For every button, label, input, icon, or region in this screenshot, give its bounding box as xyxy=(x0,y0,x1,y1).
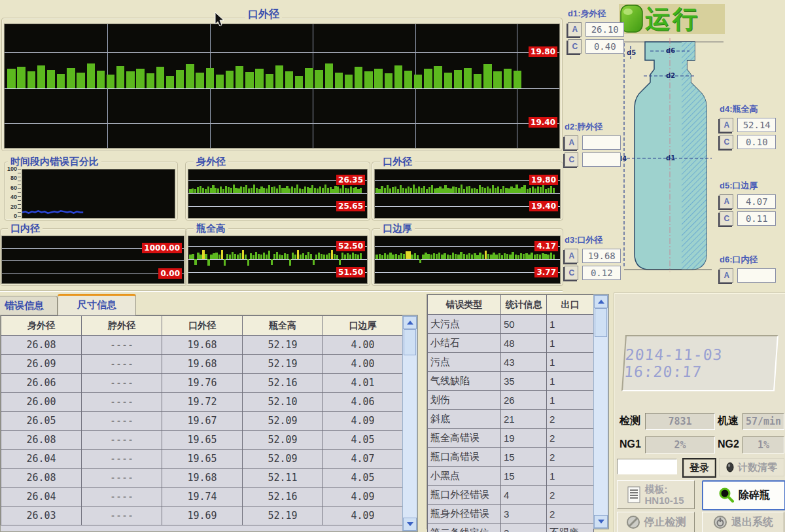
table-cell[interactable]: 瓶口高错误 xyxy=(428,448,501,467)
table-cell[interactable]: 19.68 xyxy=(162,336,243,355)
table-cell[interactable]: 52.09 xyxy=(243,450,323,469)
table-row[interactable]: 瓶全高错误192 xyxy=(428,429,594,448)
table-cell[interactable]: 1 xyxy=(547,315,594,334)
table-cell[interactable]: 35 xyxy=(501,372,547,391)
stop-detect-button[interactable]: 停止检测 xyxy=(617,512,695,532)
table-cell[interactable]: 1 xyxy=(547,391,594,410)
table-row[interactable]: 26.08----19.6852.194.00 xyxy=(1,336,403,355)
table-cell[interactable]: 2 xyxy=(547,448,594,467)
table-cell[interactable]: 不踢废 xyxy=(547,523,594,532)
table-cell[interactable]: 26.08 xyxy=(1,431,82,450)
table-cell[interactable]: 19.67 xyxy=(162,412,243,431)
table-cell[interactable]: 52.16 xyxy=(243,488,323,506)
table-cell[interactable]: 1 xyxy=(547,353,594,372)
table-cell[interactable]: 26.09 xyxy=(1,355,82,374)
table-row[interactable]: 瓶口高错误152 xyxy=(428,448,594,467)
table-row[interactable]: 污点431 xyxy=(428,353,594,372)
table-cell[interactable]: 26.03 xyxy=(1,506,82,525)
table-cell[interactable]: 26.05 xyxy=(1,412,82,431)
table-cell[interactable]: ---- xyxy=(82,412,162,431)
table-row[interactable]: 26.00----19.7252.104.06 xyxy=(1,393,403,412)
table-row[interactable]: 26.09----19.6852.194.00 xyxy=(1,355,403,374)
table-cell[interactable]: 1 xyxy=(547,372,594,391)
table-cell[interactable]: 4.05 xyxy=(323,431,403,450)
table-cell[interactable]: ---- xyxy=(82,431,162,450)
table-cell[interactable]: 4.09 xyxy=(323,506,403,525)
table-row[interactable]: 26.08----19.6552.094.05 xyxy=(1,431,403,450)
login-input[interactable] xyxy=(617,459,677,474)
table-cell[interactable]: 26.00 xyxy=(1,393,82,412)
table-cell[interactable]: 2 xyxy=(547,410,594,429)
table-cell[interactable]: 4.06 xyxy=(323,393,403,412)
table-cell[interactable]: 小结石 xyxy=(428,334,501,353)
scroll-up-icon[interactable] xyxy=(594,295,608,308)
table-cell[interactable]: 19.65 xyxy=(162,431,243,450)
table-cell[interactable]: 3 xyxy=(501,505,547,523)
table-cell[interactable]: ---- xyxy=(82,506,162,525)
table-cell[interactable]: 4.07 xyxy=(323,450,403,469)
table-cell[interactable]: 52.19 xyxy=(243,336,323,355)
table-cell[interactable]: 15 xyxy=(501,448,547,467)
table-row[interactable]: 26.04----19.7452.164.09 xyxy=(1,488,403,506)
table-cell[interactable]: 48 xyxy=(501,334,547,353)
table-cell[interactable]: ---- xyxy=(82,488,162,506)
break-bottle-button[interactable]: 除碎瓶 xyxy=(702,480,785,510)
reset-count-button[interactable]: 计数清零 xyxy=(719,458,784,476)
table-cell[interactable]: 划伤 xyxy=(428,391,501,410)
login-button[interactable]: 登录 xyxy=(682,458,716,478)
table-cell[interactable]: 26 xyxy=(501,391,547,410)
table-row[interactable]: 小黑点151 xyxy=(428,467,594,486)
table-cell[interactable]: 2 xyxy=(547,505,594,523)
table-cell[interactable]: 4.00 xyxy=(323,336,403,355)
table-row[interactable]: 小结石481 xyxy=(428,334,594,353)
table-cell[interactable]: ---- xyxy=(82,469,162,488)
table-cell[interactable]: 污点 xyxy=(428,353,501,372)
table-cell[interactable]: ---- xyxy=(82,374,162,393)
table-cell[interactable]: 瓶身外径错误 xyxy=(428,505,501,523)
table-cell[interactable]: 瓶全高错误 xyxy=(428,429,501,448)
table-cell[interactable]: ---- xyxy=(82,450,162,469)
table-cell[interactable]: 4 xyxy=(501,486,547,505)
table-cell[interactable]: 19.68 xyxy=(162,469,243,488)
table-row[interactable]: 斜底212 xyxy=(428,410,594,429)
table-cell[interactable]: 4.09 xyxy=(323,488,403,506)
table-cell[interactable]: 4.00 xyxy=(323,355,403,374)
table-row[interactable]: 瓶口外径错误42 xyxy=(428,486,594,505)
table-cell[interactable]: 50 xyxy=(501,315,547,334)
scroll-thumb[interactable] xyxy=(595,308,607,337)
table-cell[interactable]: 19.76 xyxy=(162,374,243,393)
table-row[interactable]: 瓶身外径错误32 xyxy=(428,505,594,523)
table-row[interactable]: 第二条线定位…3不踢废 xyxy=(428,523,594,532)
table-cell[interactable]: 52.11 xyxy=(243,469,323,488)
table-cell[interactable]: 52.19 xyxy=(243,355,323,374)
table-cell[interactable]: 52.09 xyxy=(243,412,323,431)
table-row[interactable]: 26.05----19.6752.094.09 xyxy=(1,412,403,431)
table-cell[interactable]: 26.04 xyxy=(1,488,82,506)
table-cell[interactable]: 4.05 xyxy=(323,469,403,488)
scroll-down-icon[interactable] xyxy=(594,515,608,528)
exit-system-button[interactable]: 退出系统 xyxy=(702,512,784,532)
table-cell[interactable]: 19.69 xyxy=(162,506,243,525)
table-cell[interactable]: 3 xyxy=(501,523,547,532)
table-cell[interactable]: 26.06 xyxy=(1,374,82,393)
table-cell[interactable]: 43 xyxy=(501,353,547,372)
table-cell[interactable]: 小黑点 xyxy=(428,467,501,486)
error-table-scrollbar[interactable] xyxy=(593,294,608,529)
table-cell[interactable]: 21 xyxy=(501,410,547,429)
table-cell[interactable]: 15 xyxy=(501,467,547,486)
table-cell[interactable]: 52.16 xyxy=(243,374,323,393)
tab-error-info[interactable]: 错误信息 xyxy=(0,296,58,315)
table-cell[interactable]: 4.01 xyxy=(323,374,403,393)
table-cell[interactable]: 52.10 xyxy=(243,393,323,412)
table-cell[interactable]: 第二条线定位… xyxy=(428,523,501,532)
table-cell[interactable]: ---- xyxy=(82,393,162,412)
table-cell[interactable]: 52.09 xyxy=(243,431,323,450)
table-cell[interactable]: ---- xyxy=(82,355,162,374)
table-cell[interactable]: 气线缺陷 xyxy=(428,372,501,391)
table-cell[interactable]: 52.19 xyxy=(243,506,323,525)
table-row[interactable]: 划伤261 xyxy=(428,391,594,410)
table-row[interactable]: 26.08----19.6852.114.05 xyxy=(1,469,403,488)
table-cell[interactable]: 19.65 xyxy=(162,450,243,469)
table-row[interactable]: 26.06----19.7652.164.01 xyxy=(1,374,403,393)
table-row[interactable]: 26.04----19.6552.094.07 xyxy=(1,450,403,469)
